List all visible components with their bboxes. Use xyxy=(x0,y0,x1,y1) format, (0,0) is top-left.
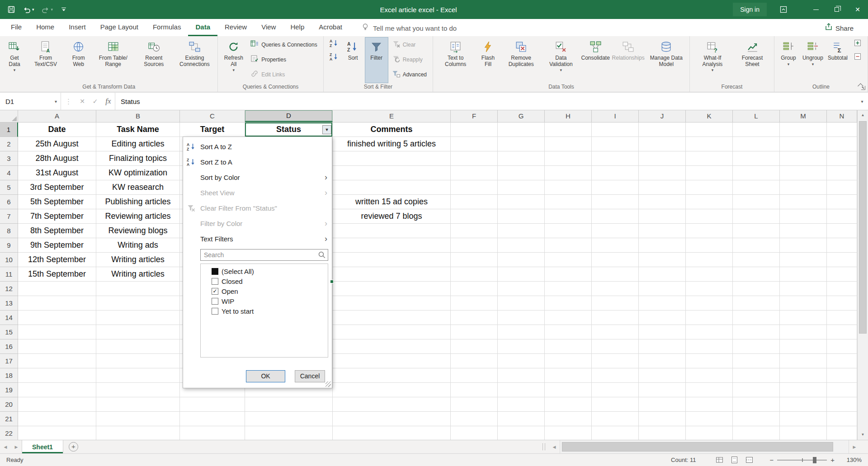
refresh-all-button[interactable]: Refresh All▾ xyxy=(220,37,247,83)
cell-F8[interactable] xyxy=(451,224,498,238)
cell-G15[interactable] xyxy=(498,325,545,339)
row-header-2[interactable]: 2 xyxy=(0,137,18,151)
row-header-18[interactable]: 18 xyxy=(0,368,18,383)
cell-M3[interactable] xyxy=(780,151,827,166)
cell-E14[interactable] xyxy=(333,311,451,325)
row-header-15[interactable]: 15 xyxy=(0,325,18,339)
cell-K9[interactable] xyxy=(686,238,733,253)
row-header-17[interactable]: 17 xyxy=(0,354,18,368)
cell-B10[interactable]: Writing articles xyxy=(96,253,180,267)
queries-connections-button[interactable]: Queries & Connections xyxy=(247,37,321,52)
cell-F9[interactable] xyxy=(451,238,498,253)
cell-L1[interactable] xyxy=(733,122,780,137)
cell-E17[interactable] xyxy=(333,354,451,368)
sort-ascending-button[interactable]: AZ xyxy=(326,37,341,51)
get-data-button[interactable]: Get Data▾ xyxy=(2,37,27,83)
cell-B2[interactable]: Editing articles xyxy=(96,137,180,151)
cell-M12[interactable] xyxy=(780,282,827,296)
cell-B14[interactable] xyxy=(96,311,180,325)
cell-L11[interactable] xyxy=(733,267,780,282)
cell-H8[interactable] xyxy=(545,224,592,238)
cell-B15[interactable] xyxy=(96,325,180,339)
cell-B17[interactable] xyxy=(96,354,180,368)
zoom-out-button[interactable]: − xyxy=(769,456,774,464)
cell-A1[interactable]: Date xyxy=(18,122,96,137)
column-header-A[interactable]: A xyxy=(18,110,96,122)
cell-L17[interactable] xyxy=(733,354,780,368)
tab-view[interactable]: View xyxy=(254,19,283,36)
cell-E15[interactable] xyxy=(333,325,451,339)
cell-I7[interactable] xyxy=(592,209,639,224)
cell-J7[interactable] xyxy=(639,209,686,224)
cell-L6[interactable] xyxy=(733,195,780,209)
sign-in-button[interactable]: Sign in xyxy=(733,3,767,16)
cell-L18[interactable] xyxy=(733,368,780,383)
cell-M15[interactable] xyxy=(780,325,827,339)
status-filter-button[interactable]: ▾ xyxy=(322,125,331,134)
cell-J20[interactable] xyxy=(639,397,686,412)
cell-C20[interactable] xyxy=(180,397,245,412)
cell-J16[interactable] xyxy=(639,339,686,354)
cell-B8[interactable]: Reviewing blogs xyxy=(96,224,180,238)
cell-A22[interactable] xyxy=(18,426,96,440)
filter-option-open[interactable]: ✓Open xyxy=(212,286,328,296)
cell-I3[interactable] xyxy=(592,151,639,166)
cell-B18[interactable] xyxy=(96,368,180,383)
cell-K1[interactable] xyxy=(686,122,733,137)
cell-B7[interactable]: Reviewing articles xyxy=(96,209,180,224)
cell-N15[interactable] xyxy=(827,325,857,339)
cell-H7[interactable] xyxy=(545,209,592,224)
column-header-H[interactable]: H xyxy=(545,110,592,122)
cell-F14[interactable] xyxy=(451,311,498,325)
cell-F2[interactable] xyxy=(451,137,498,151)
cell-A13[interactable] xyxy=(18,296,96,311)
cell-F10[interactable] xyxy=(451,253,498,267)
cell-A15[interactable] xyxy=(18,325,96,339)
cell-G3[interactable] xyxy=(498,151,545,166)
cell-N18[interactable] xyxy=(827,368,857,383)
cell-B13[interactable] xyxy=(96,296,180,311)
cell-J3[interactable] xyxy=(639,151,686,166)
cell-H14[interactable] xyxy=(545,311,592,325)
row-header-11[interactable]: 11 xyxy=(0,267,18,282)
cell-A5[interactable]: 3rd September xyxy=(18,180,96,195)
flash-fill-button[interactable]: Flash Fill xyxy=(476,37,500,83)
cell-M18[interactable] xyxy=(780,368,827,383)
cell-K14[interactable] xyxy=(686,311,733,325)
page-layout-view-button[interactable] xyxy=(731,456,738,464)
cell-E16[interactable] xyxy=(333,339,451,354)
tab-review[interactable]: Review xyxy=(217,19,254,36)
horizontal-scroll-thumb[interactable] xyxy=(562,442,833,452)
cell-N8[interactable] xyxy=(827,224,857,238)
cell-J14[interactable] xyxy=(639,311,686,325)
cell-B19[interactable] xyxy=(96,383,180,397)
cell-M17[interactable] xyxy=(780,354,827,368)
maximize-button[interactable] xyxy=(826,0,847,19)
cell-I20[interactable] xyxy=(592,397,639,412)
cell-M11[interactable] xyxy=(780,267,827,282)
cell-N14[interactable] xyxy=(827,311,857,325)
cell-N17[interactable] xyxy=(827,354,857,368)
show-detail-button[interactable] xyxy=(850,37,865,51)
cell-K12[interactable] xyxy=(686,282,733,296)
tab-file[interactable]: File xyxy=(4,19,29,36)
filter-option-closed[interactable]: Closed xyxy=(212,276,328,286)
enter-entry-button[interactable]: ✓ xyxy=(93,98,98,105)
zoom-percentage-button[interactable]: 130% xyxy=(842,457,862,463)
customize-quick-access-toolbar-button[interactable] xyxy=(60,6,67,13)
column-header-I[interactable]: I xyxy=(592,110,639,122)
cell-J19[interactable] xyxy=(639,383,686,397)
cell-H9[interactable] xyxy=(545,238,592,253)
properties-button[interactable]: Properties xyxy=(247,52,321,67)
select-all-corner[interactable] xyxy=(0,110,18,122)
cell-N1[interactable] xyxy=(827,122,857,137)
cell-G22[interactable] xyxy=(498,426,545,440)
cell-H19[interactable] xyxy=(545,383,592,397)
cell-K7[interactable] xyxy=(686,209,733,224)
cell-K18[interactable] xyxy=(686,368,733,383)
row-header-10[interactable]: 10 xyxy=(0,253,18,267)
cell-K4[interactable] xyxy=(686,166,733,180)
cell-J12[interactable] xyxy=(639,282,686,296)
cell-A7[interactable]: 7th September xyxy=(18,209,96,224)
cell-L5[interactable] xyxy=(733,180,780,195)
